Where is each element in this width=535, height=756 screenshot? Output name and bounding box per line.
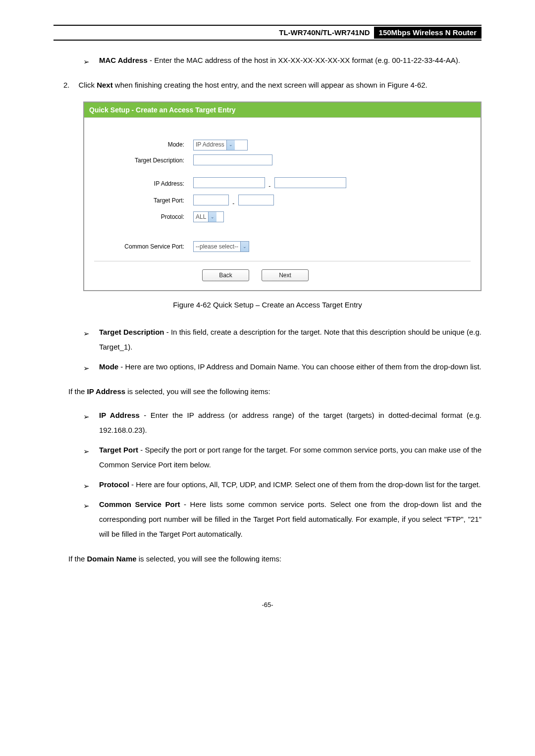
item-label: MAC Address (99, 56, 148, 64)
item-body: Protocol - Here are four options, All, T… (99, 480, 481, 489)
figure-quick-setup: Quick Setup - Create an Access Target En… (83, 101, 482, 292)
ip-address-to-input[interactable] (274, 177, 346, 188)
list-item: ➢ Common Service Port - Here lists some … (83, 497, 482, 542)
range-separator: - (232, 200, 234, 208)
list-item: ➢ Target Port - Specify the port or port… (83, 443, 482, 472)
para-if-domain: If the Domain Name is selected, you will… (68, 552, 482, 566)
list-item: ➢ Mode - Here are two options, IP Addres… (83, 359, 482, 374)
item-label: IP Address (99, 411, 140, 419)
ip-address-from-input[interactable] (193, 177, 265, 188)
common-service-port-value: --please select-- (196, 243, 238, 251)
arrow-icon: ➢ (83, 444, 90, 459)
item-text: - Enter the MAC address of the host in X… (150, 56, 460, 64)
bullet-list-mac: ➢ MAC Address - Enter the MAC address of… (83, 53, 482, 68)
item-text: - Enter the IP address (or address range… (99, 411, 482, 434)
page-number: -65- (54, 601, 482, 609)
page-header: TL-WR740N/TL-WR741ND 150Mbps Wireless N … (54, 25, 482, 41)
header-model: TL-WR740N/TL-WR741ND (275, 27, 374, 39)
common-service-port-select[interactable]: --please select-- ⌄ (193, 241, 249, 252)
item-text: - Here are four options, All, TCP, UDP, … (129, 480, 481, 489)
mode-select-value: IP Address (196, 141, 224, 149)
range-separator: - (268, 183, 270, 191)
mode-select[interactable]: IP Address ⌄ (193, 140, 248, 151)
item-body: Mode - Here are two options, IP Address … (99, 362, 482, 371)
arrow-icon: ➢ (83, 54, 90, 69)
item-label: Mode (99, 362, 118, 371)
figure-caption: Figure 4-62 Quick Setup – Create an Acce… (54, 300, 482, 310)
back-button[interactable]: Back (202, 269, 249, 281)
bullet-list-desc: ➢ Target Description - In this field, cr… (83, 325, 482, 374)
header-description: 150Mbps Wireless N Router (374, 27, 482, 39)
next-button[interactable]: Next (262, 269, 309, 281)
item-label: Common Service Port (99, 500, 180, 508)
numbered-step: 2. Click Next when finishing creating th… (63, 78, 482, 93)
label-protocol: Protocol: (94, 213, 193, 221)
target-port-to-input[interactable] (238, 195, 274, 205)
figure-container: Quick Setup - Create an Access Target En… (83, 101, 482, 292)
target-port-from-input[interactable] (193, 195, 229, 205)
list-item: ➢ Target Description - In this field, cr… (83, 325, 482, 354)
label-mode: Mode: (94, 141, 193, 149)
chevron-down-icon: ⌄ (208, 212, 216, 222)
list-item: ➢ MAC Address - Enter the MAC address of… (83, 53, 482, 68)
arrow-icon: ➢ (83, 361, 90, 376)
item-label: Target Description (99, 328, 164, 336)
item-text: - Here are two options, IP Address and D… (118, 362, 482, 371)
divider (94, 261, 471, 261)
chevron-down-icon: ⌄ (240, 242, 249, 252)
item-body: IP Address - Enter the IP address (or ad… (99, 411, 482, 434)
protocol-select-value: ALL (196, 213, 206, 221)
item-body: Target Description - In this field, crea… (99, 328, 482, 351)
figure-title: Quick Setup - Create an Access Target En… (84, 102, 481, 117)
label-ip-address: IP Address: (94, 180, 193, 188)
label-target-port: Target Port: (94, 197, 193, 205)
item-body: Common Service Port - Here lists some co… (99, 500, 482, 538)
target-description-input[interactable] (193, 154, 272, 165)
item-label: Protocol (99, 480, 129, 489)
para-if-ip: If the IP Address is selected, you will … (68, 384, 482, 399)
step-body: Click Next when finishing creating the h… (79, 78, 482, 93)
arrow-icon: ➢ (83, 479, 90, 494)
arrow-icon: ➢ (83, 499, 90, 513)
label-common-service-port: Common Service Port: (94, 243, 193, 251)
arrow-icon: ➢ (83, 409, 90, 424)
label-target-description: Target Description: (94, 157, 193, 165)
item-body: MAC Address - Enter the MAC address of t… (99, 56, 460, 64)
item-body: Target Port - Specify the port or port r… (99, 446, 482, 469)
list-item: ➢ IP Address - Enter the IP address (or … (83, 408, 482, 438)
item-text: - Specify the port or port range for the… (99, 446, 482, 469)
bullet-list-ipitems: ➢ IP Address - Enter the IP address (or … (83, 408, 482, 542)
chevron-down-icon: ⌄ (226, 140, 235, 150)
arrow-icon: ➢ (83, 326, 90, 341)
item-label: Target Port (99, 446, 138, 454)
step-number: 2. (63, 78, 70, 93)
protocol-select[interactable]: ALL ⌄ (193, 211, 224, 222)
list-item: ➢ Protocol - Here are four options, All,… (83, 477, 482, 492)
